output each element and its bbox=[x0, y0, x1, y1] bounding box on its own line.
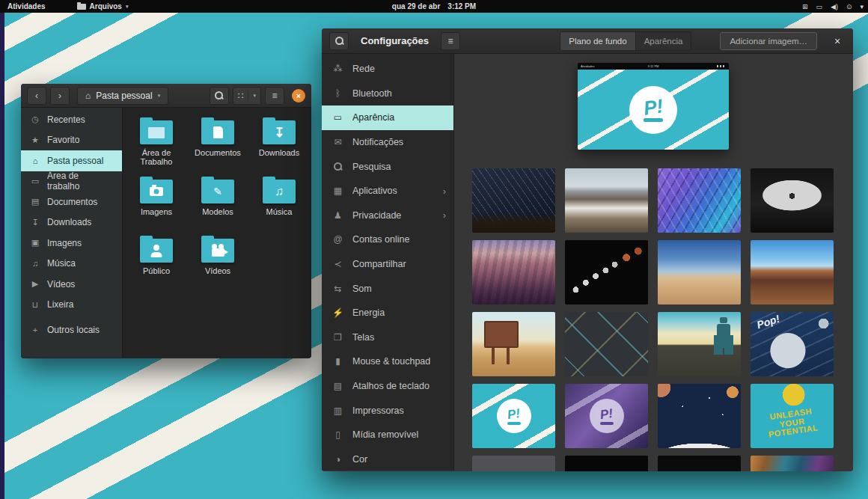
sidebar-item-telas[interactable]: ❐Telas bbox=[322, 325, 453, 350]
sidebar-item-atalhos-de-teclado[interactable]: ▤Atalhos de teclado bbox=[322, 374, 453, 399]
displays-icon: ❐ bbox=[332, 332, 343, 343]
wallpaper-dark-1[interactable] bbox=[565, 456, 648, 471]
wallpaper-dark-2[interactable] bbox=[658, 456, 741, 471]
sidebar-item-bluetooth[interactable]: ᛒBluetooth bbox=[322, 82, 453, 106]
sidebar-item-som[interactable]: ⇆Som bbox=[322, 276, 453, 301]
tab-plano-de-fundo[interactable]: Plano de fundo bbox=[560, 32, 635, 50]
folder-downloads[interactable]: ↧Downloads bbox=[248, 114, 310, 173]
sidebar-item-label: Pesquisa bbox=[352, 162, 446, 172]
close-button[interactable]: × bbox=[829, 32, 846, 50]
menu-button[interactable]: ≡ bbox=[441, 32, 460, 50]
system-tray[interactable]: ⊞▭◀)⊙▾ bbox=[802, 3, 864, 10]
menu-button[interactable]: ≡ bbox=[265, 87, 284, 105]
folder-imagens[interactable]: Imagens bbox=[126, 173, 187, 232]
sidebar-item-pasta-pessoal[interactable]: ⌂Pasta pessoal bbox=[21, 150, 122, 171]
sidebar-item-energia[interactable]: ⚡Energia bbox=[322, 301, 453, 325]
app-menu[interactable]: Arquivos ▾ bbox=[77, 2, 129, 10]
chevron-down-icon: ▾ bbox=[126, 4, 129, 10]
sidebar-item-notificacoes[interactable]: ✉Notificações bbox=[322, 130, 453, 155]
wallpaper-star-trails[interactable] bbox=[472, 168, 555, 233]
sidebar-item-mouse-touchpad[interactable]: ▮Mouse & touchpad bbox=[322, 349, 453, 374]
path-button[interactable]: ⌂ Pasta pessoal ▾ bbox=[77, 87, 168, 105]
wallpaper-chevron-pattern[interactable] bbox=[565, 312, 648, 376]
wallpaper-pop-os-teal[interactable]: P! bbox=[472, 384, 555, 448]
sidebar-item-aplicativos[interactable]: ▦Aplicativos› bbox=[322, 179, 453, 203]
sidebar-item-cor[interactable]: ◑Cor bbox=[322, 447, 453, 472]
sidebar-item-aparencia[interactable]: ▭Aparência bbox=[322, 105, 453, 130]
folder-icon: ↧ bbox=[263, 120, 296, 144]
sidebar-item-videos[interactable]: ▶Vídeos bbox=[21, 274, 122, 295]
add-image-button[interactable]: Adicionar imagem… bbox=[720, 32, 817, 50]
sidebar-item-compartilhar[interactable]: ≺Compartilhar bbox=[322, 252, 453, 277]
sidebar-item-area-de-trabalho[interactable]: ▭Área de trabalho bbox=[21, 171, 122, 192]
sidebar-item-rede[interactable]: ⁂Rede bbox=[322, 57, 453, 82]
applications-icon: ▦ bbox=[332, 186, 343, 196]
folder-modelos[interactable]: ✎Modelos bbox=[187, 173, 248, 232]
activities-button[interactable]: Atividades bbox=[7, 2, 46, 10]
sidebar-item-privacidade[interactable]: ♟Privacidade› bbox=[322, 203, 453, 228]
video-glyph bbox=[212, 248, 224, 257]
wallpaper-robot-city[interactable] bbox=[658, 312, 741, 376]
wallpaper-text: UNLEASH YOUR POTENTIAL bbox=[757, 405, 828, 441]
sidebar-item-musica[interactable]: ♫Música bbox=[21, 254, 122, 275]
folder-label: Música bbox=[266, 207, 293, 216]
wallpaper-moon-horizon[interactable] bbox=[658, 384, 741, 448]
folders-grid: Área de TrabalhoDocumentos↧DownloadsImag… bbox=[126, 114, 310, 291]
folder-documentos[interactable]: Documentos bbox=[187, 114, 248, 173]
wallpaper-pop-planets[interactable]: Pop! bbox=[751, 312, 834, 376]
sidebar-item-contas-online[interactable]: @Contas online bbox=[322, 227, 453, 252]
sidebar-item-documentos[interactable]: ▤Documentos bbox=[21, 192, 122, 212]
search-button[interactable] bbox=[329, 32, 349, 50]
camera-glyph bbox=[150, 187, 163, 196]
wallpaper-desert-dunes[interactable] bbox=[658, 240, 741, 304]
wallpaper-pop-os-purple[interactable]: P! bbox=[565, 384, 648, 448]
folder-label: Área de Trabalho bbox=[132, 148, 180, 167]
back-button[interactable]: ‹ bbox=[27, 87, 46, 105]
files-header-bar: ‹ › ⌂ Pasta pessoal ▾ ∷ ▾ ≡ × bbox=[21, 84, 311, 108]
music-icon: ♫ bbox=[30, 259, 40, 268]
pop-os-logo: P! bbox=[629, 86, 677, 134]
sidebar-item-favorito[interactable]: ★Favorito bbox=[21, 130, 122, 151]
wallpaper-satellite-dish[interactable] bbox=[751, 168, 834, 233]
folder-icon bbox=[201, 120, 234, 144]
chevron-down-icon[interactable]: ▾ bbox=[860, 3, 864, 10]
sidebar-item-midia-removivel[interactable]: ▯Mídia removível bbox=[322, 423, 453, 447]
sidebar-item-impressoras[interactable]: ▥Impressoras bbox=[322, 398, 453, 423]
folder-videos[interactable]: Vídeos bbox=[187, 232, 248, 291]
folder-publico[interactable]: Público bbox=[126, 232, 187, 291]
sidebar-item-recentes[interactable]: ◷Recentes bbox=[21, 109, 122, 130]
volume-icon[interactable]: ◀) bbox=[831, 3, 838, 10]
wallpaper-nebula[interactable] bbox=[751, 456, 834, 471]
display-icon[interactable]: ▭ bbox=[816, 3, 822, 10]
wallpaper-geometric-triangles[interactable] bbox=[658, 168, 741, 233]
wallpaper-desert-sign[interactable] bbox=[472, 312, 555, 376]
background-panel: Atividades 3:12 PM P! Pop!P!P!UNLEASH YO… bbox=[454, 54, 853, 471]
sidebar-item-label: Bluetooth bbox=[352, 88, 446, 99]
wallpaper-unleash-potential[interactable]: UNLEASH YOUR POTENTIAL bbox=[751, 384, 834, 448]
wallpaper-lunar-eclipse[interactable] bbox=[565, 240, 648, 304]
view-options-button[interactable]: ∷ ▾ bbox=[233, 87, 261, 105]
sidebar-item-label: Impressoras bbox=[352, 405, 446, 416]
appearance-icon: ▭ bbox=[332, 112, 343, 123]
sidebar-item-pesquisa[interactable]: Pesquisa bbox=[322, 154, 453, 179]
wallpaper-mountain-peaks[interactable] bbox=[565, 168, 648, 233]
power-icon[interactable]: ⊙ bbox=[846, 3, 852, 10]
tab-aparencia[interactable]: Aparência bbox=[636, 32, 691, 50]
wallpaper-yellow-moon[interactable] bbox=[472, 456, 555, 471]
forward-button[interactable]: › bbox=[50, 87, 70, 105]
folder-musica[interactable]: ♫Música bbox=[248, 173, 310, 232]
search-button[interactable] bbox=[210, 87, 229, 105]
wallpaper-preview: Atividades 3:12 PM P! bbox=[578, 63, 729, 150]
close-button[interactable]: × bbox=[292, 89, 305, 102]
sidebar-item-outros-locais[interactable]: +Outros locais bbox=[21, 319, 122, 340]
wallpaper-monument-valley[interactable] bbox=[751, 240, 834, 304]
workspaces-icon[interactable]: ⊞ bbox=[802, 3, 808, 10]
clock[interactable]: qua 29 de abr 3:12 PM bbox=[0, 2, 868, 10]
sidebar-item-imagens[interactable]: ▣Imagens bbox=[21, 233, 122, 254]
sidebar-item-downloads[interactable]: ↧Downloads bbox=[21, 212, 122, 233]
settings-sidebar: ⁂RedeᛒBluetooth▭Aparência✉NotificaçõesPe… bbox=[322, 54, 454, 471]
sidebar-item-lixeira[interactable]: ⊔Lixeira bbox=[21, 295, 122, 316]
folder-label: Modelos bbox=[202, 207, 233, 216]
folder-area-de-trabalho[interactable]: Área de Trabalho bbox=[126, 114, 187, 173]
wallpaper-canyon[interactable] bbox=[472, 240, 555, 304]
